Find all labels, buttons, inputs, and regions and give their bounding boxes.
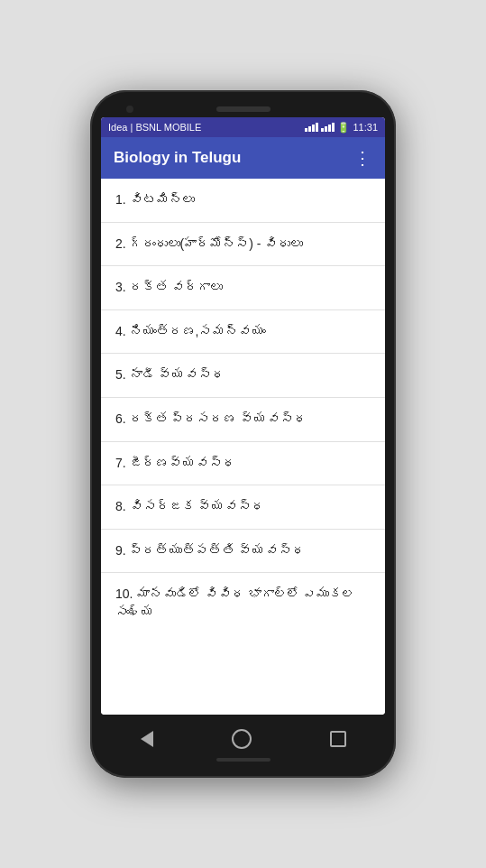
list-item[interactable]: 9. ప్రత్యుత్పత్తి వ్యవస్థ xyxy=(101,530,385,574)
list-item[interactable]: 6. రక్త ప్రసరణ వ్యవస్థ xyxy=(101,398,385,442)
app-title: Biology in Telugu xyxy=(114,149,241,167)
content-list: 1. విటమిన్లు2. గ్రంధులు(హార్మోన్స్) - వి… xyxy=(101,179,385,715)
bottom-line xyxy=(216,758,271,762)
status-right: 🔋 11:31 xyxy=(305,122,378,134)
carrier-text: Idea | BSNL MOBILE xyxy=(108,122,201,133)
camera-dot xyxy=(126,106,133,113)
list-item[interactable]: 4. నియంత్రణ,సమన్వయం xyxy=(101,310,385,355)
list-item[interactable]: 5. నాడీ వ్యవస్థ xyxy=(101,354,385,398)
list-item[interactable]: 10. మానవుడిలో వివిధ భాగాల్లో ఎముకల సంఖ్య xyxy=(101,573,385,633)
back-button[interactable] xyxy=(141,731,153,747)
screen: Idea | BSNL MOBILE 🔋 11:31 xyxy=(101,117,385,715)
list-item[interactable]: 2. గ్రంధులు(హార్మోన్స్) - విధులు xyxy=(101,223,385,267)
list-item[interactable]: 8. విసర్జక వ్యవస్థ xyxy=(101,485,385,530)
speaker xyxy=(216,106,271,112)
signal-icon-2 xyxy=(321,123,335,132)
list-item[interactable]: 3. రక్త వర్గాలు xyxy=(101,266,385,310)
signal-icon xyxy=(305,123,318,132)
phone-bottom-nav xyxy=(101,720,385,754)
recents-button[interactable] xyxy=(330,731,346,747)
status-bar: Idea | BSNL MOBILE 🔋 11:31 xyxy=(101,117,385,137)
time-display: 11:31 xyxy=(353,122,378,133)
list-item[interactable]: 1. విటమిన్లు xyxy=(101,179,385,223)
more-options-button[interactable]: ⋮ xyxy=(353,149,372,167)
phone-device: Idea | BSNL MOBILE 🔋 11:31 xyxy=(90,90,396,778)
app-bar: Biology in Telugu ⋮ xyxy=(101,137,385,179)
list-item[interactable]: 7. జీర్ణవ్యవస్థ xyxy=(101,442,385,486)
battery-icon: 🔋 xyxy=(337,122,350,134)
phone-top-bar xyxy=(101,106,385,112)
home-button[interactable] xyxy=(232,729,252,749)
